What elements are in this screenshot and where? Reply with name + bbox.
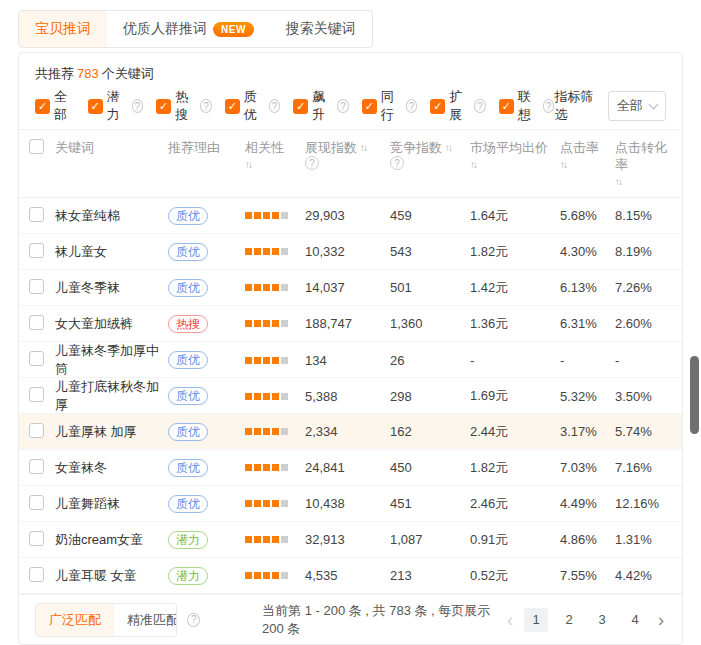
relevance-dot [245, 212, 252, 219]
select-all-checkbox[interactable] [29, 139, 44, 154]
row-checkbox[interactable] [29, 315, 44, 330]
checkbox-checked-icon[interactable]: ✓ [362, 99, 377, 114]
checkbox-checked-icon[interactable]: ✓ [35, 99, 50, 114]
filter-item[interactable]: ✓全部 [35, 88, 75, 124]
help-icon[interactable]: ? [474, 99, 486, 113]
page-button-3[interactable]: 3 [590, 608, 614, 632]
sort-icon[interactable]: ↑↓ [560, 156, 568, 173]
match-mode-button[interactable]: 广泛匹配 [36, 604, 114, 636]
filter-item[interactable]: ✓质优? [225, 88, 281, 124]
row-select-cell [29, 423, 55, 441]
help-icon[interactable]: ? [269, 99, 281, 113]
header-line: ↑↓ [560, 156, 611, 173]
scrollbar-thumb[interactable] [690, 356, 699, 434]
ctr-cell: - [560, 353, 615, 368]
table-row: 儿童袜冬季加厚中筒质优13426--- [19, 342, 682, 378]
filter-label: 飙升 [312, 88, 333, 124]
help-icon[interactable]: ? [200, 99, 212, 113]
column-label: 点击转化率 [615, 139, 678, 173]
summary-suffix: 个关键词 [102, 66, 154, 81]
row-checkbox[interactable] [29, 495, 44, 510]
row-checkbox[interactable] [29, 423, 44, 438]
help-icon[interactable]: ? [543, 99, 555, 113]
relevance-dot [245, 284, 252, 291]
help-icon[interactable]: ? [305, 156, 319, 170]
page-button-2[interactable]: 2 [557, 608, 581, 632]
metric-filter-value: 全部 [617, 97, 643, 115]
checkbox-checked-icon[interactable]: ✓ [293, 99, 308, 114]
relevance-dot [254, 357, 261, 364]
filter-label: 扩展 [449, 88, 470, 124]
row-select-cell [29, 279, 55, 297]
header-line: 点击率 [560, 139, 611, 156]
help-icon[interactable]: ? [337, 99, 349, 113]
row-checkbox[interactable] [29, 279, 44, 294]
reason-badge: 质优 [168, 279, 208, 297]
checkbox-checked-icon[interactable]: ✓ [430, 99, 445, 114]
new-badge: NEW [213, 22, 254, 37]
row-checkbox[interactable] [29, 567, 44, 582]
filter-item[interactable]: ✓潜力? [88, 88, 144, 124]
page-button-4[interactable]: 4 [623, 608, 647, 632]
column-label: 关键词 [55, 139, 94, 156]
table-row: 袜儿童女质优10,3325431.82元4.30%8.19% [19, 234, 682, 270]
column-label: 市场平均出价 [470, 139, 548, 156]
match-mode-button[interactable]: 精准匹配 [114, 604, 177, 636]
help-icon[interactable]: ? [390, 156, 404, 170]
filter-item[interactable]: ✓同行? [362, 88, 418, 124]
header-line: ? [305, 156, 386, 170]
row-select-cell [29, 207, 55, 225]
sort-icon[interactable]: ↑↓ [360, 139, 368, 156]
relevance-dot [263, 248, 270, 255]
reason-cell: 质优 [168, 279, 245, 297]
relevance-dot [245, 428, 252, 435]
help-icon[interactable]: ? [132, 99, 144, 113]
checkbox-checked-icon[interactable]: ✓ [225, 99, 240, 114]
row-checkbox[interactable] [29, 207, 44, 222]
cvr-cell: 12.16% [615, 496, 682, 511]
cvr-cell: - [615, 353, 682, 368]
table-row: 奶油cream女童潜力32,9131,0870.91元4.86%1.31% [19, 522, 682, 558]
checkbox-checked-icon[interactable]: ✓ [88, 99, 103, 114]
filter-item[interactable]: ✓联想? [499, 88, 555, 124]
checkbox-checked-icon[interactable]: ✓ [499, 99, 514, 114]
relevance-dot [272, 572, 279, 579]
header-line: ? [390, 156, 466, 170]
help-icon[interactable]: ? [406, 99, 418, 113]
keyword-cell: 儿童舞蹈袜 [55, 495, 168, 513]
filter-label: 同行 [381, 88, 402, 124]
display-index-cell: 5,388 [305, 389, 390, 404]
metric-filter-select[interactable]: 全部 [608, 91, 666, 121]
row-checkbox[interactable] [29, 243, 44, 258]
row-checkbox[interactable] [29, 387, 44, 402]
filter-item[interactable]: ✓扩展? [430, 88, 486, 124]
header-line: 关键词 [55, 139, 164, 156]
filter-item[interactable]: ✓飙升? [293, 88, 349, 124]
filter-item[interactable]: ✓热搜? [156, 88, 212, 124]
relevance-cell [245, 284, 305, 291]
cvr-cell: 8.15% [615, 208, 682, 223]
row-checkbox[interactable] [29, 531, 44, 546]
top-tab-2[interactable]: 优质人群推词NEW [107, 11, 270, 47]
next-page-icon[interactable]: › [656, 609, 666, 631]
checkbox-checked-icon[interactable]: ✓ [156, 99, 171, 114]
row-checkbox[interactable] [29, 351, 44, 366]
display-index-cell: 32,913 [305, 532, 390, 547]
match-mode-help-icon[interactable]: ? [187, 613, 200, 627]
sort-icon[interactable]: ↑↓ [245, 156, 253, 173]
top-tab-3[interactable]: 搜索关键词 [270, 11, 372, 47]
display-index-cell: 4,535 [305, 568, 390, 583]
top-tab-1[interactable]: 宝贝推词 [19, 11, 107, 47]
sort-icon[interactable]: ↑↓ [470, 156, 478, 173]
column-header: 点击率↑↓ [560, 139, 615, 173]
cvr-cell: 7.16% [615, 460, 682, 475]
relevance-cell [245, 357, 305, 364]
sort-icon[interactable]: ↑↓ [615, 173, 623, 190]
page-button-1[interactable]: 1 [524, 608, 548, 632]
table-row: 儿童打底袜秋冬加厚质优5,3882981.69元5.32%3.50% [19, 378, 682, 414]
table-row: 儿童耳暖 女童潜力4,5352130.52元7.55%4.42% [19, 558, 682, 594]
prev-page-icon[interactable]: ‹ [505, 609, 515, 631]
sort-icon[interactable]: ↑↓ [445, 139, 453, 156]
row-checkbox[interactable] [29, 459, 44, 474]
relevance-cell [245, 464, 305, 471]
